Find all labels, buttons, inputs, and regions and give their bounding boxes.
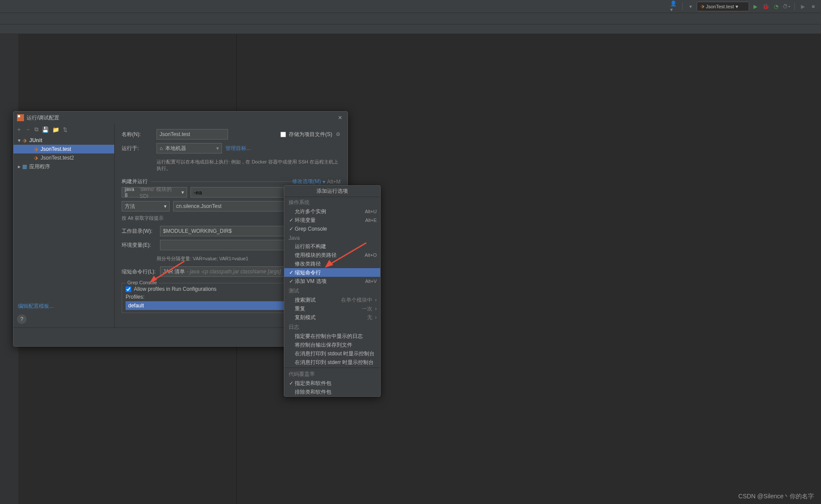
run-on-select[interactable]: ⌂ 本地机器 ▾ (157, 143, 222, 153)
close-button[interactable]: ✕ (336, 114, 344, 122)
tree-junit-label: JUnit (29, 137, 42, 143)
module-hint: 'demo' 模块的 SDI (140, 186, 180, 199)
application-icon: ▦ (21, 163, 27, 170)
junit-icon: ⬗ (33, 155, 39, 161)
popup-item[interactable]: 重复一次› (284, 304, 380, 313)
store-label: 存储为项目文件(S) (289, 131, 332, 138)
popup-item[interactable]: ✓环境变量Alt+E (284, 216, 380, 225)
popup-section-test: 测试 (284, 286, 380, 296)
popup-item[interactable]: 指定要在控制台中显示的日志 (284, 332, 380, 341)
separator (150, 181, 292, 182)
manage-targets-link[interactable]: 管理目标... (225, 145, 251, 152)
jdk-value: java 8 (125, 186, 138, 198)
test-kind-select[interactable]: 方法 ▾ (122, 201, 170, 211)
save-icon[interactable]: 💾 (42, 126, 49, 133)
popup-section-coverage: 代码覆盖率 (284, 369, 380, 379)
tree-item[interactable]: ⬗ JsonTest.test2 (14, 153, 114, 162)
check-icon: ✓ (288, 380, 295, 386)
debug-icon[interactable]: 🐞 (761, 2, 770, 11)
add-icon[interactable]: ＋ (16, 126, 22, 133)
folder-icon[interactable]: 📁 (52, 126, 59, 133)
dialog-title: 运行/调试配置 (27, 114, 59, 122)
test-class-value: cn.silence.JsonTest (176, 203, 221, 209)
popup-item[interactable]: 修改类路径 (284, 259, 380, 268)
home-icon: ⌂ (160, 145, 163, 151)
run-on-value: 本地机器 (165, 145, 186, 152)
tree-junit[interactable]: ▾ ⬗ JUnit (14, 136, 114, 145)
grep-legend: Grep Console (126, 280, 159, 285)
chevron-down-icon: ▾ (17, 137, 21, 143)
stop-icon[interactable]: ■ (809, 2, 818, 11)
popup-item[interactable]: 在消息打印到 stderr 时显示控制台 (284, 358, 380, 367)
popup-section-os: 操作系统 (284, 197, 380, 207)
watermark: CSDN @Silence丶你的名字 (738, 493, 814, 501)
env-label: 环境变量(E): (122, 242, 157, 249)
name-input[interactable] (157, 129, 228, 140)
checkbox[interactable] (126, 286, 131, 292)
profile-icon[interactable]: ⏱▾ (782, 2, 791, 11)
tree-application[interactable]: ▸ ▦ 应用程序 (14, 162, 114, 171)
name-label: 名称(N): (122, 131, 153, 138)
popup-item[interactable]: 排除类和软件包 (284, 388, 380, 396)
modify-options-link[interactable]: 修改选项(M) (292, 178, 321, 185)
store-as-file-checkbox[interactable]: 存储为项目文件(S) (280, 131, 332, 138)
shorten-value: JAR 清单 (163, 268, 185, 276)
hammer-icon[interactable]: ▾ (686, 2, 695, 11)
checkbox[interactable] (280, 132, 286, 137)
tab-strip (0, 13, 821, 24)
popup-item[interactable]: 允许多个实例Alt+U (284, 207, 380, 216)
user-icon[interactable]: 👤▾ (670, 2, 679, 11)
remove-icon[interactable]: － (25, 126, 31, 133)
test-kind-value: 方法 (125, 203, 135, 210)
chevron-down-icon: ▾ (216, 145, 219, 151)
gear-icon[interactable]: ⚙ (336, 131, 341, 137)
config-tree-panel: ＋ － ⧉ 💾 📁 ⇅ ▾ ⬗ JUnit ⬗ JsonTest.test ⬗ (14, 124, 115, 327)
popup-item[interactable]: ✓指定类和软件包 (284, 379, 380, 388)
popup-item[interactable]: 在消息打印到 stdout 时显示控制台 (284, 349, 380, 358)
tree-item[interactable]: ⬗ JsonTest.test (14, 145, 114, 153)
popup-item[interactable]: 将控制台输出保存到文件 (284, 341, 380, 349)
chevron-right-icon: › (375, 297, 377, 303)
popup-item-shorten-cmdline[interactable]: ✓缩短命令行 (284, 268, 380, 277)
coverage-icon[interactable]: ◔ (772, 2, 780, 11)
add-run-options-popup: 添加运行选项 操作系统 允许多个实例Alt+U ✓环境变量Alt+E ✓Grep… (284, 185, 381, 397)
shortcut-hint: Alt+M (327, 179, 341, 185)
shorten-hint: - java -cp classpath.jar className [args… (187, 269, 281, 275)
popup-item[interactable]: 运行前不构建 (284, 242, 380, 251)
popup-section-java: Java (284, 233, 380, 242)
config-tree[interactable]: ▾ ⬗ JUnit ⬗ JsonTest.test ⬗ JsonTest.tes… (14, 135, 114, 298)
tree-app-label: 应用程序 (29, 163, 50, 170)
chevron-down-icon: ▾ (181, 189, 184, 195)
edit-templates-link[interactable]: 编辑配置模板... (14, 298, 114, 314)
step-icon[interactable]: ▶ (798, 2, 807, 11)
jdk-select[interactable]: java 8 'demo' 模块的 SDI ▾ (122, 187, 187, 198)
help-button[interactable]: ? (17, 314, 27, 324)
tree-item-label: JsonTest.test (41, 146, 71, 152)
separator (284, 368, 380, 368)
junit-icon: ⬗ (33, 146, 39, 152)
popup-item[interactable]: 复刻模式无› (284, 313, 380, 322)
tree-item-label: JsonTest.test2 (41, 155, 74, 161)
popup-item[interactable]: 使用模块的类路径Alt+O (284, 251, 380, 259)
name-row: 名称(N): 存储为项目文件(S) ⚙ (122, 129, 341, 140)
run-icon[interactable]: ▶ (751, 2, 760, 11)
chevron-down-icon: ▾ (323, 179, 325, 185)
build-run-section: 构建并运行 修改选项(M) ▾ Alt+M (122, 178, 341, 185)
popup-item[interactable]: ✓添加 VM 选项Alt+V (284, 277, 380, 286)
popup-item[interactable]: 搜索测试在单个模块中› (284, 296, 380, 304)
sort-icon[interactable]: ⇅ (63, 126, 68, 133)
section-label: 构建并运行 (122, 178, 148, 185)
run-config-dropdown[interactable]: ⬗ JsonTest.test ▾ (697, 2, 749, 11)
chevron-right-icon: › (375, 306, 377, 312)
tree-toolbar: ＋ － ⧉ 💾 📁 ⇅ (14, 124, 114, 135)
junit-icon: ⬗ (21, 137, 27, 143)
separator (682, 3, 683, 10)
main-toolbar: 👤▾ ▾ ⬗ JsonTest.test ▾ ▶ 🐞 ◔ ⏱▾ ▶ ■ (0, 0, 821, 13)
chevron-down-icon: ▾ (164, 203, 167, 209)
check-icon: ✓ (288, 217, 295, 223)
copy-icon[interactable]: ⧉ (34, 126, 38, 133)
popup-item[interactable]: ✓Grep Console (284, 225, 380, 233)
dialog-titlebar: 运行/调试配置 ✕ (14, 112, 347, 124)
run-on-label: 运行于: (122, 145, 153, 152)
chevron-down-icon: ▾ (736, 3, 738, 10)
